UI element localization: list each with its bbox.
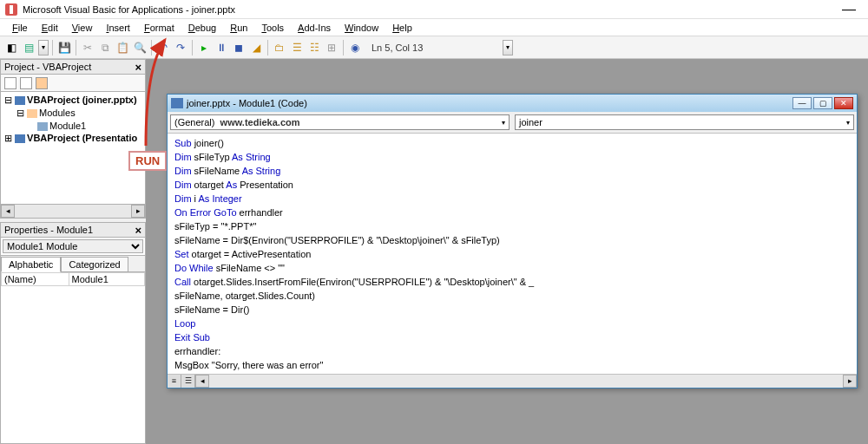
code-dropdowns: (General) www.tedieka.com▾ joiner▾ — [168, 112, 857, 134]
properties-header: Properties - Module1 × — [0, 222, 146, 238]
toolbar: ◧ ▤ ▾ 💾 ✂ ⧉ 📋 🔍 ↶ ↷ ▸ ⏸ ◼ ◢ 🗀 ☰ ☷ ⊞ ◉ Ln… — [0, 36, 868, 59]
title-bar: Microsoft Visual Basic for Applications … — [0, 0, 868, 19]
toggle-folders-icon[interactable] — [36, 77, 48, 89]
project-explorer-title: Project - VBAProject — [4, 62, 91, 72]
menu-help[interactable]: Help — [385, 21, 419, 35]
undo-icon[interactable]: ↶ — [155, 40, 171, 56]
properties-icon[interactable]: ☰ — [289, 40, 305, 56]
menu-format[interactable]: Format — [137, 21, 181, 35]
module-icon — [171, 98, 183, 108]
copy-icon[interactable]: ⧉ — [97, 40, 113, 56]
app-icon — [5, 3, 17, 16]
break-icon[interactable]: ⏸ — [214, 40, 229, 56]
menu-edit[interactable]: Edit — [35, 21, 65, 35]
project-hscroll[interactable]: ◂▸ — [0, 205, 146, 219]
project-node-2[interactable]: VBAProject (Presentatio — [27, 133, 137, 143]
properties-tabs: Alphabetic Categorized — [0, 256, 146, 271]
run-icon[interactable]: ▸ — [196, 40, 212, 56]
full-module-view-icon[interactable]: ☰ — [181, 375, 195, 388]
tab-categorized[interactable]: Categorized — [61, 257, 128, 272]
menu-bar: File Edit View Insert Format Debug Run T… — [0, 19, 868, 36]
cursor-position: Ln 5, Col 13 — [372, 42, 423, 53]
code-window-titlebar[interactable]: joiner.pptx - Module1 (Code) — ▢ ✕ — [168, 95, 857, 112]
code-editor[interactable]: Sub joiner() Dim sFileTyp As String Dim … — [168, 134, 857, 374]
code-window-title: joiner.pptx - Module1 (Code) — [187, 98, 307, 108]
design-icon[interactable]: ◢ — [248, 40, 264, 56]
tab-alphabetic[interactable]: Alphabetic — [1, 257, 61, 272]
procedure-list-dropdown[interactable]: joiner▾ — [515, 114, 854, 130]
mdi-area: RUN joiner.pptx - Module1 (Code) — ▢ ✕ (… — [146, 59, 868, 444]
close-project-explorer[interactable]: × — [135, 61, 141, 74]
menu-view[interactable]: View — [65, 21, 100, 35]
view-object-icon[interactable] — [20, 77, 32, 89]
modules-folder[interactable]: Modules — [39, 108, 76, 118]
find-icon[interactable]: 🔍 — [132, 40, 148, 56]
view-code-icon[interactable] — [4, 77, 16, 89]
code-hscroll[interactable]: ◂▸ — [195, 375, 857, 388]
menu-file[interactable]: File — [5, 21, 35, 35]
view-icon[interactable]: ◧ — [3, 40, 19, 56]
procedure-view-icon[interactable]: ≡ — [168, 375, 181, 388]
menu-insert[interactable]: Insert — [99, 21, 137, 35]
insert-icon[interactable]: ▤ — [21, 40, 36, 56]
project-explorer-icon[interactable]: 🗀 — [272, 40, 287, 56]
project-explorer-header: Project - VBAProject × — [0, 59, 146, 75]
code-window-footer: ≡ ☰ ◂▸ — [168, 374, 857, 388]
codewin-maximize[interactable]: ▢ — [813, 97, 832, 109]
prop-name-key: (Name) — [2, 273, 69, 286]
menu-window[interactable]: Window — [338, 21, 385, 35]
properties-title: Properties - Module1 — [4, 225, 93, 235]
run-annotation: RUN — [128, 151, 167, 171]
object-dropdown[interactable]: Module1 Module — [3, 239, 143, 253]
toolbar-dropdown[interactable]: ▾ — [38, 40, 49, 56]
object-list-dropdown[interactable]: (General) www.tedieka.com▾ — [170, 114, 510, 130]
save-icon[interactable]: 💾 — [56, 40, 72, 56]
project-tree[interactable]: ⊟ VBAProject (joiner.pptx) ⊟ Modules Mod… — [0, 92, 146, 205]
properties-object-select[interactable]: Module1 Module — [0, 238, 146, 256]
project-toolbar — [0, 75, 146, 92]
prop-name-value[interactable]: Module1 — [69, 273, 144, 286]
module1-node[interactable]: Module1 — [49, 121, 86, 131]
object-browser-icon[interactable]: ☷ — [306, 40, 322, 56]
menu-addins[interactable]: Add-Ins — [291, 21, 338, 35]
cut-icon[interactable]: ✂ — [80, 40, 95, 56]
toolbar-dropdown-2[interactable]: ▾ — [503, 40, 513, 56]
properties-grid[interactable]: (Name)Module1 — [0, 271, 146, 444]
close-properties[interactable]: × — [135, 224, 141, 237]
redo-icon[interactable]: ↷ — [173, 40, 188, 56]
paste-icon[interactable]: 📋 — [115, 40, 130, 56]
menu-tools[interactable]: Tools — [254, 21, 291, 35]
window-title: Microsoft Visual Basic for Applications … — [23, 4, 235, 15]
reset-icon[interactable]: ◼ — [231, 40, 247, 56]
menu-run[interactable]: Run — [223, 21, 254, 35]
help-icon[interactable]: ◉ — [347, 40, 363, 56]
codewin-close[interactable]: ✕ — [834, 97, 853, 109]
toolbox-icon[interactable]: ⊞ — [324, 40, 339, 56]
menu-debug[interactable]: Debug — [181, 21, 223, 35]
project-node-1[interactable]: VBAProject (joiner.pptx) — [27, 95, 137, 105]
codewin-minimize[interactable]: — — [792, 97, 812, 109]
left-panel: Project - VBAProject × ⊟ VBAProject (joi… — [0, 59, 146, 444]
minimize-button[interactable]: — — [835, 2, 863, 17]
code-window: joiner.pptx - Module1 (Code) — ▢ ✕ (Gene… — [167, 94, 858, 388]
